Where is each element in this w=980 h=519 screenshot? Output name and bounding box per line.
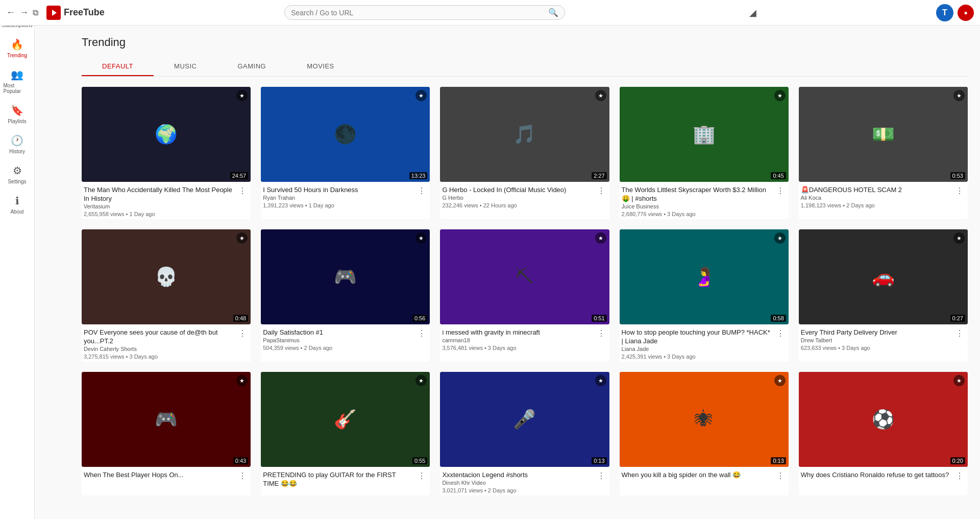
- sidebar-label-most-popular: Most Popular: [4, 83, 31, 94]
- nav-history-button[interactable]: ⧉: [33, 8, 38, 17]
- more-options-4[interactable]: ⋮: [774, 185, 787, 197]
- video-channel-7[interactable]: PapaStanimus: [263, 337, 412, 343]
- video-card-14[interactable]: 🕷 ★ 0:13 When you kill a big spider on t…: [620, 372, 789, 496]
- sidebar-item-trending[interactable]: 🔥 Trending: [2, 34, 33, 62]
- video-card-5[interactable]: 💵 ★ 0:53 🚨DANGEROUS HOTEL SCAM 2 Ali Koc…: [799, 87, 968, 219]
- video-info-14: When you kill a big spider on the wall 😂…: [620, 467, 789, 484]
- favorite-badge-5[interactable]: ★: [953, 90, 965, 101]
- video-channel-10[interactable]: Drew Talbert: [801, 337, 950, 343]
- video-title-2: I Survived 50 Hours in Darkness: [263, 186, 412, 195]
- more-options-3[interactable]: ⋮: [595, 185, 607, 197]
- more-options-10[interactable]: ⋮: [953, 327, 966, 339]
- duration-badge-2: 13:23: [409, 172, 428, 179]
- user-avatar[interactable]: T: [936, 4, 953, 21]
- thumbnail-emoji-7: 🎮: [334, 266, 357, 288]
- video-card-1[interactable]: 🌍 ★ 24:57 The Man Who Accidentally Kille…: [82, 87, 251, 219]
- video-info-2: I Survived 50 Hours in Darkness Ryan Tra…: [261, 182, 430, 210]
- tab-movies[interactable]: MOVIES: [286, 57, 355, 76]
- video-card-3[interactable]: 🎵 ★ 2:27 G Herbo - Locked In (Official M…: [440, 87, 609, 219]
- duration-badge-9: 0:58: [771, 315, 786, 322]
- more-options-12[interactable]: ⋮: [415, 470, 428, 482]
- nav-back-button[interactable]: ←: [6, 7, 15, 18]
- video-meta-7: 504,359 views • 2 Days ago: [263, 345, 412, 351]
- more-options-11[interactable]: ⋮: [236, 470, 249, 482]
- tab-default[interactable]: DEFAULT: [82, 57, 154, 76]
- more-options-5[interactable]: ⋮: [953, 185, 966, 197]
- video-meta-6: 3,275,815 views • 3 Days ago: [84, 353, 233, 360]
- filter-icon[interactable]: ◢: [749, 7, 756, 18]
- video-card-11[interactable]: 🎮 ★ 0:43 When The Best Player Hops On...…: [82, 372, 251, 496]
- video-channel-4[interactable]: Juice Business: [622, 203, 771, 209]
- video-channel-8[interactable]: camman18: [442, 337, 592, 343]
- duration-badge-5: 0:53: [950, 172, 965, 179]
- video-card-8[interactable]: ⛏ ★ 0:51 i messed with gravity in minecr…: [440, 229, 609, 362]
- more-options-7[interactable]: ⋮: [415, 327, 428, 339]
- more-options-14[interactable]: ⋮: [774, 470, 787, 482]
- video-card-13[interactable]: 🎤 ★ 0:13 Xxxtentacion Legend #shorts Din…: [440, 372, 609, 496]
- sidebar-label-history: History: [9, 149, 25, 154]
- video-channel-9[interactable]: Liana Jade: [622, 346, 771, 352]
- video-channel-6[interactable]: Devin Caherly Shorts: [84, 346, 233, 352]
- nav-forward-button[interactable]: →: [19, 7, 29, 18]
- video-card-9[interactable]: 🤰 ★ 0:58 How to stop people touching you…: [620, 229, 789, 362]
- sidebar-item-about[interactable]: ℹ About: [2, 191, 33, 219]
- video-card-6[interactable]: 💀 ★ 0:48 POV Everyone sees your cause of…: [82, 229, 251, 362]
- sidebar-item-playlists[interactable]: 🔖 Playlists: [2, 100, 33, 128]
- thumbnail-emoji-5: 💵: [872, 124, 895, 145]
- favorite-badge-4[interactable]: ★: [774, 90, 786, 101]
- video-channel-5[interactable]: Ali Koca: [801, 195, 950, 201]
- thumbnail-emoji-1: 🌍: [155, 124, 178, 145]
- video-meta-1: 2,655,958 views • 1 Day ago: [84, 211, 233, 217]
- video-info-10: Every Third Party Delivery Driver Drew T…: [799, 324, 968, 353]
- video-title-1: The Man Who Accidentally Killed The Most…: [84, 186, 233, 203]
- video-meta-8: 3,576,481 views • 3 Days ago: [442, 345, 592, 351]
- favorite-badge-15[interactable]: ★: [953, 375, 965, 386]
- video-title-11: When The Best Player Hops On...: [84, 471, 233, 480]
- favorite-badge-14[interactable]: ★: [774, 375, 786, 386]
- more-options-15[interactable]: ⋮: [953, 470, 966, 482]
- video-title-7: Daily Satisfaction #1: [263, 328, 412, 337]
- duration-badge-12: 0:55: [412, 457, 427, 464]
- thumbnail-emoji-14: 🕷: [695, 409, 713, 430]
- sidebar-item-settings[interactable]: ⚙ Settings: [2, 160, 33, 188]
- thumbnail-emoji-12: 🎸: [334, 409, 357, 430]
- video-title-14: When you kill a big spider on the wall 😂: [622, 471, 771, 480]
- thumbnail-emoji-13: 🎤: [513, 409, 536, 430]
- video-channel-1[interactable]: Veritasium: [84, 203, 233, 209]
- video-card-4[interactable]: 🏢 ★ 0:45 The Worlds Littlest Skyscraper …: [620, 87, 789, 219]
- favorite-badge-8[interactable]: ★: [595, 232, 606, 244]
- sidebar-item-history[interactable]: 🕐 History: [2, 130, 33, 158]
- video-meta-13: 3,021,071 views • 2 Days ago: [442, 487, 592, 493]
- video-card-7[interactable]: 🎮 ★ 0:56 Daily Satisfaction #1 PapaStani…: [261, 229, 430, 362]
- more-options-8[interactable]: ⋮: [595, 327, 607, 339]
- more-options-1[interactable]: ⋮: [236, 185, 249, 197]
- thumbnail-emoji-10: 🚗: [872, 266, 895, 288]
- video-channel-3[interactable]: G Herbo: [442, 195, 592, 201]
- sidebar-item-most-popular[interactable]: 👥 Most Popular: [2, 64, 33, 98]
- video-info-1: The Man Who Accidentally Killed The Most…: [82, 182, 251, 219]
- search-icon[interactable]: 🔍: [548, 8, 558, 17]
- video-card-2[interactable]: 🌑 ★ 13:23 I Survived 50 Hours in Darknes…: [261, 87, 430, 219]
- record-button[interactable]: ●: [958, 5, 974, 21]
- duration-badge-14: 0:13: [771, 457, 786, 464]
- tab-music[interactable]: MUSIC: [154, 57, 217, 76]
- search-input[interactable]: [291, 9, 548, 17]
- duration-badge-3: 2:27: [592, 172, 606, 179]
- video-card-10[interactable]: 🚗 ★ 0:27 Every Third Party Delivery Driv…: [799, 229, 968, 362]
- favorite-badge-9[interactable]: ★: [774, 232, 786, 244]
- svg-marker-0: [52, 10, 57, 16]
- duration-badge-6: 0:48: [233, 315, 248, 322]
- video-info-11: When The Best Player Hops On... ⋮: [82, 467, 251, 484]
- tab-gaming[interactable]: GAMING: [217, 57, 286, 76]
- more-options-2[interactable]: ⋮: [415, 185, 428, 197]
- video-channel-2[interactable]: Ryan Trahan: [263, 195, 412, 201]
- video-channel-13[interactable]: Dinesh Khr Video: [442, 480, 592, 486]
- more-options-13[interactable]: ⋮: [595, 470, 607, 482]
- video-card-15[interactable]: ⚽ ★ 0:20 Why does Cristiano Ronaldo refu…: [799, 372, 968, 496]
- favorite-badge-13[interactable]: ★: [595, 375, 606, 386]
- favorite-badge-10[interactable]: ★: [953, 232, 965, 244]
- more-options-6[interactable]: ⋮: [236, 327, 249, 339]
- favorite-badge-3[interactable]: ★: [595, 90, 606, 101]
- more-options-9[interactable]: ⋮: [774, 327, 787, 339]
- video-card-12[interactable]: 🎸 ★ 0:55 PRETENDING to play GUITAR for t…: [261, 372, 430, 496]
